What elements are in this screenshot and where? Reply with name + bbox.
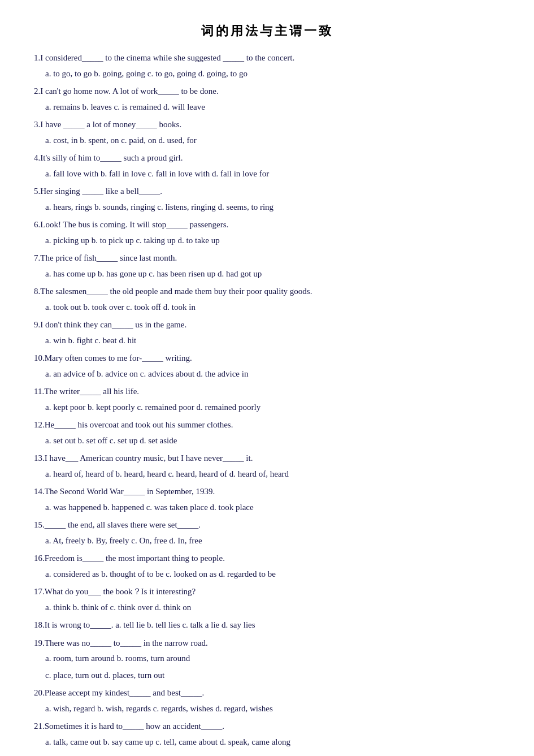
- question-block-11: 11.The writer_____ all his life.a. kept …: [34, 385, 500, 414]
- question-text-7: 7.The price of fish_____ since last mont…: [34, 251, 500, 266]
- question-block-4: 4.It's silly of him to_____ such a proud…: [34, 151, 500, 181]
- options-11: a. kept poor b. kept poorly c. remained …: [45, 400, 500, 415]
- options-16: a. considered as b. thought of to be c. …: [45, 567, 500, 582]
- question-block-18: 18.It is wrong to_____. a. tell lie b. t…: [34, 618, 500, 633]
- question-text-20: 20.Please accept my kindest_____ and bes…: [34, 686, 500, 701]
- page-title: 词的用法与主谓一致: [34, 23, 500, 40]
- question-text-6: 6.Look! The bus is coming. It will stop_…: [34, 218, 500, 232]
- question-block-9: 9.I don't think they can_____ us in the …: [34, 318, 500, 348]
- question-text-4: 4.It's silly of him to_____ such a proud…: [34, 151, 500, 166]
- question-block-7: 7.The price of fish_____ since last mont…: [34, 251, 500, 281]
- options-line2-19: c. place, turn out d. places, turn out: [45, 668, 500, 683]
- question-block-10: 10.Mary often comes to me for-_____ writ…: [34, 351, 500, 381]
- question-block-20: 20.Please accept my kindest_____ and bes…: [34, 686, 500, 716]
- question-block-14: 14.The Second World War_____ in Septembe…: [34, 485, 500, 515]
- question-block-6: 6.Look! The bus is coming. It will stop_…: [34, 218, 500, 248]
- options-9: a. win b. fight c. beat d. hit: [45, 334, 500, 348]
- question-text-1: 1.I considered_____ to the cinema while …: [34, 51, 500, 66]
- options-15: a. At, freely b. By, freely c. On, free …: [45, 534, 500, 548]
- question-text-2: 2.I can't go home now. A lot of work____…: [34, 84, 500, 99]
- question-text-15: 15._____ the end, all slaves there were …: [34, 518, 500, 533]
- question-block-21: 21.Sometimes it is hard to_____ how an a…: [34, 719, 500, 749]
- question-text-17: 17.What do you___ the book？Is it interes…: [34, 585, 500, 599]
- question-block-15: 15._____ the end, all slaves there were …: [34, 518, 500, 548]
- questions-container: 1.I considered_____ to the cinema while …: [34, 51, 500, 749]
- options-line1-19: a. room, turn around b. rooms, turn arou…: [45, 651, 500, 666]
- options-21: a. talk, came out b. say came up c. tell…: [45, 735, 500, 750]
- options-6: a. picking up b. to pick up c. taking up…: [45, 234, 500, 248]
- question-block-19: 19.There was no_____ to_____ in the narr…: [34, 636, 500, 683]
- options-4: a. fall love with b. fall in love c. fal…: [45, 167, 500, 182]
- options-7: a. has come up b. has gone up c. has bee…: [45, 267, 500, 282]
- question-block-8: 8.The salesmen_____ the old people and m…: [34, 284, 500, 314]
- question-text-9: 9.I don't think they can_____ us in the …: [34, 318, 500, 332]
- question-text-3: 3.I have _____ a lot of money_____ books…: [34, 118, 500, 132]
- question-block-13: 13.I have___ American country music, but…: [34, 451, 500, 481]
- question-text-8: 8.The salesmen_____ the old people and m…: [34, 284, 500, 299]
- question-text-12: 12.He_____ his overcoat and took out his…: [34, 418, 500, 433]
- question-block-12: 12.He_____ his overcoat and took out his…: [34, 418, 500, 448]
- question-block-1: 1.I considered_____ to the cinema while …: [34, 51, 500, 81]
- options-20: a. wish, regard b. wish, regards c. rega…: [45, 702, 500, 716]
- question-block-16: 16.Freedom is_____ the most important th…: [34, 551, 500, 581]
- question-text-14: 14.The Second World War_____ in Septembe…: [34, 485, 500, 499]
- question-block-5: 5.Her singing _____ like a bell_____.a. …: [34, 184, 500, 214]
- question-text-19: 19.There was no_____ to_____ in the narr…: [34, 636, 500, 651]
- options-13: a. heard of, heard of b. heard, heard c.…: [45, 467, 500, 482]
- options-14: a. was happened b. happened c. was taken…: [45, 500, 500, 515]
- question-text-13: 13.I have___ American country music, but…: [34, 451, 500, 466]
- options-17: a. think b. think of c. think over d. th…: [45, 601, 500, 615]
- question-text-11: 11.The writer_____ all his life.: [34, 385, 500, 399]
- options-3: a. cost, in b. spent, on c. paid, on d. …: [45, 133, 500, 148]
- options-1: a. to go, to go b. going, going c. to go…: [45, 67, 500, 81]
- options-5: a. hears, rings b. sounds, ringing c. li…: [45, 200, 500, 215]
- question-block-17: 17.What do you___ the book？Is it interes…: [34, 585, 500, 615]
- question-text-5: 5.Her singing _____ like a bell_____.: [34, 184, 500, 199]
- question-block-3: 3.I have _____ a lot of money_____ books…: [34, 118, 500, 148]
- question-block-2: 2.I can't go home now. A lot of work____…: [34, 84, 500, 114]
- options-12: a. set out b. set off c. set up d. set a…: [45, 434, 500, 448]
- options-8: a. took out b. took over c. took off d. …: [45, 300, 500, 315]
- question-text-16: 16.Freedom is_____ the most important th…: [34, 551, 500, 566]
- question-text-10: 10.Mary often comes to me for-_____ writ…: [34, 351, 500, 366]
- question-text-21: 21.Sometimes it is hard to_____ how an a…: [34, 719, 500, 734]
- options-10: a. an advice of b. advice on c. advices …: [45, 367, 500, 382]
- options-2: a. remains b. leaves c. is remained d. w…: [45, 100, 500, 115]
- question-text-18: 18.It is wrong to_____. a. tell lie b. t…: [34, 618, 500, 633]
